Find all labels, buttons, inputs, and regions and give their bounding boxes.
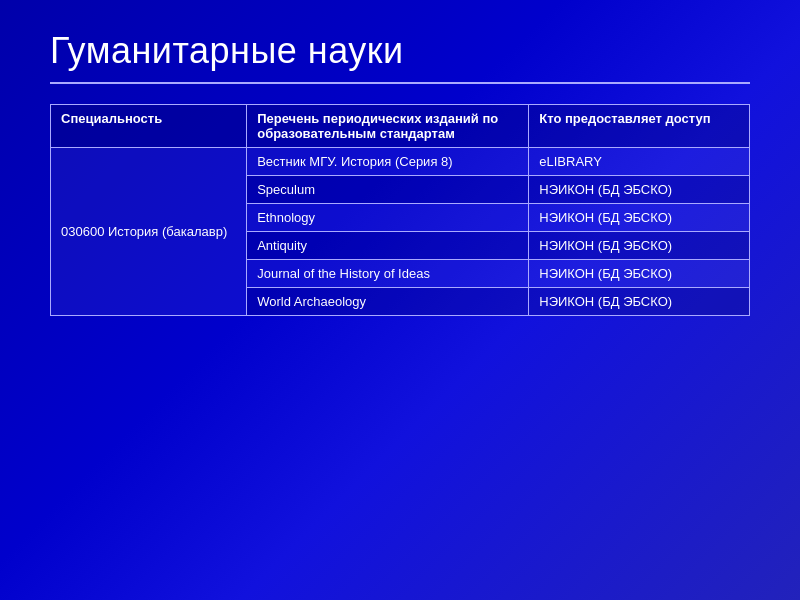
specialty-cell: 030600 История (бакалавр)	[51, 148, 247, 316]
journal-cell: Вестник МГУ. История (Серия 8)	[247, 148, 529, 176]
table-row: 030600 История (бакалавр) Вестник МГУ. И…	[51, 148, 750, 176]
provider-cell: НЭИКОН (БД ЭБСКО)	[529, 232, 750, 260]
header-row: Специальность Перечень периодических изд…	[51, 105, 750, 148]
page-title: Гуманитарные науки	[50, 30, 750, 72]
journal-cell: Ethnology	[247, 204, 529, 232]
header-provider: Кто предоставляет доступ	[529, 105, 750, 148]
slide: Гуманитарные науки Специальность Перечен…	[0, 0, 800, 600]
header-specialty: Специальность	[51, 105, 247, 148]
provider-cell: НЭИКОН (БД ЭБСКО)	[529, 260, 750, 288]
header-journal-list: Перечень периодических изданий по образо…	[247, 105, 529, 148]
journal-cell: Speculum	[247, 176, 529, 204]
journal-cell: Journal of the History of Ideas	[247, 260, 529, 288]
main-table: Специальность Перечень периодических изд…	[50, 104, 750, 316]
provider-cell: НЭИКОН (БД ЭБСКО)	[529, 204, 750, 232]
title-area: Гуманитарные науки	[50, 30, 750, 84]
provider-cell: НЭИКОН (БД ЭБСКО)	[529, 288, 750, 316]
journal-cell: World Archaeology	[247, 288, 529, 316]
provider-cell: eLIBRARY	[529, 148, 750, 176]
journal-cell: Antiquity	[247, 232, 529, 260]
table-container: Специальность Перечень периодических изд…	[50, 104, 750, 570]
provider-cell: НЭИКОН (БД ЭБСКО)	[529, 176, 750, 204]
